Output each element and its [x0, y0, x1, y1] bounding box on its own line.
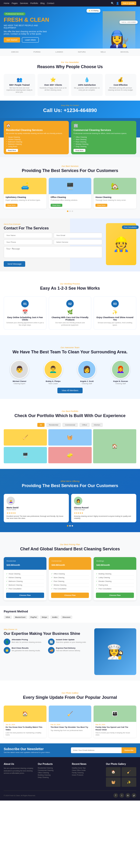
contact-message-input[interactable] [4, 246, 102, 258]
whyus-title: Our Expertise Making Your Business Shine [4, 631, 91, 636]
portfolio-tab-1[interactable]: Residential [46, 423, 61, 427]
footer-link-2-2[interactable]: Family Cleaning [72, 772, 102, 773]
blog-post-title-2[interactable]: Family Help You Spend Last Call The Hous… [96, 726, 134, 731]
how-card-1: 02 🌿 Cleaning With Care And Our Friendly… [49, 297, 92, 329]
footer-link-1-3[interactable]: Building Cleaning [38, 774, 68, 776]
nav-blog[interactable]: Blog [40, 2, 44, 4]
hero-title-fresh: FRESH [4, 17, 23, 23]
contact-submit-button[interactable]: Send Message [4, 261, 25, 267]
contact-image-area: 👷 Free Consultation [106, 223, 136, 265]
footer-link-1-2[interactable]: Office Cleaning [38, 772, 68, 773]
footer-link-1-0[interactable]: Residential Cleaning [38, 767, 68, 769]
test-dot-2[interactable] [72, 525, 73, 527]
price-cta-1[interactable]: Choose Plan [51, 593, 89, 598]
footer-col-title-3: Our Photo Gallery [106, 763, 136, 765]
footer-link-1-4[interactable]: Deep Cleaning [38, 776, 68, 778]
blog-post-title-1[interactable]: The Best Clean Tip Shredder You Must Try [50, 726, 90, 728]
hero-secondary-button[interactable]: Learn More [22, 37, 39, 42]
whyus-icon-0: 💲 [4, 639, 10, 645]
navbar: Home Pages Services Portfolio Blog Conta… [0, 0, 140, 6]
svc-btn-2[interactable]: Read More [96, 204, 107, 207]
price-li-0-4: Free Consultation [6, 587, 44, 591]
blog-body-2: Mar 05, 2024 Family Help You Spend Last … [94, 722, 136, 738]
social-twitter[interactable]: t [119, 793, 124, 798]
contact-name-input[interactable] [4, 233, 52, 238]
test-stars-1: ★★★★★ [74, 512, 134, 514]
price-body-2: Building Cleaning Lobby Cleaning Elevato… [94, 570, 136, 600]
footer-link-2-0[interactable]: Healthy Home Tips [72, 767, 102, 769]
dot-2[interactable] [72, 211, 73, 212]
services-section: Our Best Services Providing The Best Ser… [0, 157, 140, 218]
nav-portfolio[interactable]: Portfolio [30, 2, 38, 4]
dot-0[interactable] [67, 211, 68, 212]
nav-services[interactable]: Services [20, 2, 28, 4]
svc-btn-0[interactable]: Read More [6, 204, 18, 207]
footer-link-1-1[interactable]: Commercial Cleaning [38, 770, 68, 771]
payment-discover: Discover [61, 616, 72, 619]
newsletter-email-input[interactable] [71, 747, 121, 753]
get-quote-button[interactable]: Get A Quote [121, 1, 136, 5]
newsletter-subscribe-button[interactable]: Subscribe [121, 747, 136, 753]
team-section: Our Awesome Team We Have The Best Team T… [0, 335, 140, 399]
residential-btn[interactable]: Read More [6, 149, 18, 152]
test-avatar-0: 👩‍🦳 [6, 497, 15, 505]
test-dot-0[interactable] [67, 525, 68, 527]
team-name-2: Angela J. Scott [71, 380, 103, 382]
nav-pages[interactable]: Pages [12, 2, 18, 4]
portfolio-tag: Our Best Portfolio [7, 410, 133, 412]
services-header: Our Best Services Providing The Best Ser… [4, 159, 136, 176]
portfolio-tab-4[interactable]: Kitchen [92, 423, 103, 427]
portfolio-tab-3[interactable]: Office [79, 423, 90, 427]
commercial-btn[interactable]: Read More [73, 149, 85, 152]
price-amount-2: $48.99/month [96, 562, 134, 567]
user-icon[interactable]: 👤 [116, 2, 119, 5]
contact-form-area: Get A Free Estimate Contact For The Serv… [4, 223, 102, 267]
contact-service-input[interactable] [54, 240, 102, 245]
blog-post-title-0[interactable]: Do You Know How To Healthy Watch This Vi… [6, 726, 44, 731]
whyus-left: Why Choose Us Our Expertise Making Your … [4, 628, 91, 675]
blog-img-1: 🧹 [49, 706, 92, 722]
social-youtube[interactable]: yt [132, 793, 136, 798]
services-tag: Our Best Services [7, 165, 133, 167]
price-cta-2[interactable]: Choose Plan [96, 593, 134, 598]
service-card-residential: 🏠 Residential Cleaning Services We provi… [4, 121, 69, 154]
hero-primary-button[interactable]: Get Started [4, 37, 20, 42]
view-team-button[interactable]: View All Members [58, 388, 82, 393]
footer-link-2-3[interactable]: Green Products [72, 774, 102, 776]
call-number[interactable]: Call Us: +1234-464890 [4, 107, 136, 114]
portfolio-tab-2[interactable]: Commercial [63, 423, 78, 427]
whyus-feat-title-0: Affordable Pricing [12, 639, 41, 641]
price-cta-0[interactable]: Choose Plan [6, 593, 44, 598]
footer-col-0: About Us We are a professional cleaning … [4, 763, 34, 787]
how-card-2: 03 ✨ Enjoy Cleanliness And Shine Around … [94, 297, 136, 329]
feature-text-2: We guarantee 100% satisfaction on every … [73, 87, 101, 91]
nav-contact[interactable]: Contact [47, 2, 54, 4]
footer-link-2-1[interactable]: Clean Office Guide [72, 770, 102, 771]
contact-email-input[interactable] [54, 233, 102, 238]
pricing-tag: Our Best Pricing Plan [7, 544, 133, 546]
residential-title: Residential Cleaning Services [6, 129, 67, 131]
contact-tag: Get A Free Estimate [4, 223, 102, 225]
test-dot-1[interactable] [69, 525, 71, 527]
dot-1[interactable] [69, 211, 71, 212]
payment-icons: VISA MasterCard PayPal Stripe AmEx Disco… [4, 616, 136, 619]
pricing-header: Our Best Pricing Plan Chef And Global St… [4, 538, 136, 554]
pricing-section: Our Best Pricing Plan Chef And Global St… [0, 532, 140, 606]
blog-card-2: 👨‍👩‍👧 Mar 05, 2024 Family Help You Spend… [94, 706, 136, 738]
client-logo-4: NELA [101, 51, 106, 53]
contact-phone-input[interactable] [4, 240, 52, 245]
social-linkedin[interactable]: in [126, 793, 130, 798]
how-step-title-1: Cleaning With Care And Our Friendly Prod… [51, 316, 90, 321]
nav-home[interactable]: Home [4, 2, 9, 4]
feature-title-3: Cost Effective [106, 84, 135, 86]
search-icon[interactable]: 🔍 [111, 2, 114, 5]
portfolio-tab-0[interactable]: All [37, 423, 44, 427]
svc-btn-1[interactable]: Read More [50, 204, 63, 207]
footer: About Us We are a professional cleaning … [0, 757, 140, 801]
how-step-title-0: Easy Online Scheduling Just A Few Clicks [6, 316, 44, 321]
commercial-li-1: Store Cleaning [73, 138, 134, 141]
portfolio-grid: 🧹 🧺 🏠 🖥️ 🧽 [4, 429, 136, 463]
test-name-1: Glenna Russel [74, 506, 134, 509]
social-facebook[interactable]: f [113, 793, 118, 798]
team-name-0: Michael Clamol [4, 380, 35, 382]
